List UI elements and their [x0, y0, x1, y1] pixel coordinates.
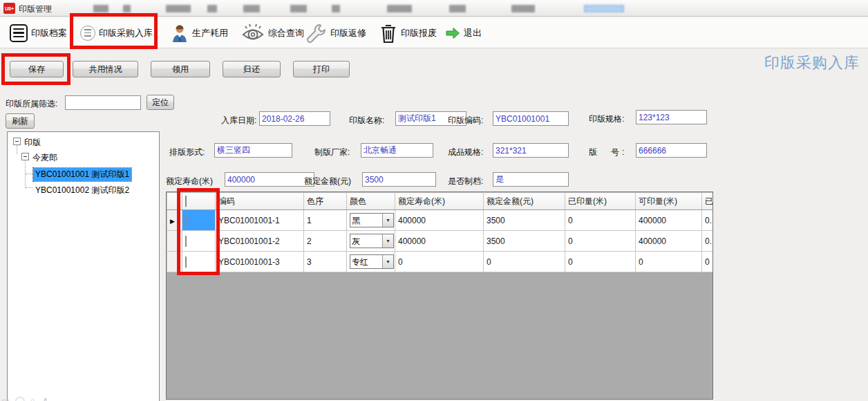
toolbar-item-exit[interactable]: 退出 — [442, 17, 484, 48]
grid-header-color-seq[interactable]: 色序 — [304, 193, 347, 210]
grid-header-color[interactable]: 颜色 — [347, 193, 395, 210]
cell-printed[interactable]: 0 — [565, 252, 636, 272]
cell-code[interactable]: YBC01001001-3 — [216, 252, 304, 272]
tree-expand-root[interactable] — [13, 138, 21, 145]
page-title: 印版采购入库 — [764, 53, 860, 73]
title-bar: U8+ 印版管理 — [0, 0, 868, 17]
cell-color-combo[interactable]: 专红 ▼ — [347, 252, 395, 272]
color-dropdown[interactable]: 专红 ▼ — [350, 254, 394, 269]
tree-node-root[interactable]: 印版 — [24, 137, 41, 149]
print-button[interactable]: 打印 — [293, 61, 350, 77]
rated-amount-input[interactable] — [362, 172, 436, 187]
grid-header-code[interactable]: 编码 — [216, 193, 304, 210]
cell-color-seq[interactable]: 1 — [304, 210, 347, 231]
plate-number-input[interactable] — [636, 143, 707, 158]
return-button[interactable]: 归还 — [223, 61, 281, 77]
cell-rated-life[interactable]: 0 — [395, 252, 484, 272]
cell-color-seq[interactable]: 3 — [304, 252, 347, 272]
rated-amount-label: 额定金额(元) — [304, 176, 351, 187]
cell-printable[interactable]: 400000 — [636, 231, 702, 252]
trash-icon — [379, 23, 397, 44]
cell-color-combo[interactable]: 黑 ▼ — [347, 210, 395, 231]
tree-expand-group[interactable] — [21, 153, 29, 160]
toolbar-item-plate-purchase-inbound[interactable]: 印版采购入库 — [77, 17, 155, 48]
is-archived-input[interactable] — [493, 172, 569, 187]
row-2-checkbox-cell[interactable] — [182, 231, 216, 252]
redacted-menu-item — [243, 5, 260, 12]
grid-select-all-header[interactable] — [182, 193, 216, 210]
toolbar-item-plate-archive[interactable]: 印版档案 — [7, 17, 70, 48]
layout-form-input[interactable] — [214, 143, 292, 158]
refresh-button[interactable]: 刷新 — [6, 113, 35, 129]
redacted-menu-item — [449, 5, 466, 12]
inbound-date-input[interactable] — [259, 111, 330, 126]
plate-spec-label: 印版规格: — [589, 113, 624, 125]
color-dropdown[interactable]: 灰 ▼ — [350, 234, 394, 248]
chevron-down-icon[interactable]: ▼ — [382, 234, 393, 248]
chevron-down-icon[interactable]: ▼ — [382, 214, 393, 227]
chevron-down-icon[interactable]: ▼ — [382, 255, 393, 268]
window-title: 印版管理 — [19, 3, 52, 15]
rated-life-input[interactable] — [225, 172, 314, 187]
grid-row-1[interactable]: ▶ YBC01001001-1 1 黑 ▼ 400000 3500 0 4000… — [167, 210, 714, 231]
color-dropdown[interactable]: 黑 ▼ — [350, 213, 394, 227]
toolbar-item-plate-scrap[interactable]: 印版报废 — [377, 17, 440, 48]
locate-button[interactable]: 定位 — [147, 95, 174, 110]
row-3-checkbox-cell[interactable] — [182, 252, 216, 272]
toolbar-item-comprehensive-query[interactable]: 综合查询 — [238, 17, 307, 48]
shared-usage-button[interactable]: 共用情况 — [73, 61, 138, 77]
save-button[interactable]: 保存 — [10, 61, 64, 77]
plate-maker-input[interactable] — [361, 143, 433, 158]
row-checkbox[interactable] — [185, 215, 187, 226]
plate-code-input[interactable] — [493, 111, 569, 126]
cell-clipped[interactable]: 0. — [702, 210, 714, 231]
cell-rated-amount[interactable]: 3500 — [484, 231, 565, 252]
redacted-menu-item — [207, 5, 217, 12]
row-1-checkbox-cell[interactable] — [182, 210, 216, 231]
redacted-menu-item — [387, 5, 412, 12]
cell-color-seq[interactable]: 2 — [304, 231, 347, 252]
grid-header-rated-amount[interactable]: 额定金额(元) — [484, 193, 565, 210]
cell-printable[interactable]: 400000 — [636, 210, 702, 231]
plate-filter-input[interactable] — [65, 95, 141, 110]
app-logo: U8+ — [3, 3, 15, 14]
redacted-menu-item — [166, 5, 191, 12]
green-arrow-icon — [445, 27, 460, 39]
grid-header-rated-life[interactable]: 额定寿命(米) — [395, 193, 484, 210]
product-spec-input[interactable] — [493, 143, 569, 158]
cell-rated-life[interactable]: 400000 — [395, 231, 484, 252]
plate-spec-input[interactable] — [636, 110, 707, 124]
row-checkbox[interactable] — [185, 236, 187, 247]
cell-rated-life[interactable]: 400000 — [395, 210, 484, 231]
tree-node-group[interactable]: 今麦郎 — [32, 152, 57, 164]
product-spec-label: 成品规格: — [448, 147, 483, 158]
redacted-menu-item — [93, 5, 108, 12]
color-detail-grid: 编码 色序 颜色 额定寿命(米) 额定金额(元) 已印量(米) 可印量(米) 已… — [166, 192, 713, 400]
cell-printed[interactable]: 0 — [565, 231, 636, 252]
tree-node-plate-1[interactable]: YBC01001001 测试印版1 — [33, 168, 131, 181]
row-checkbox[interactable] — [185, 257, 187, 268]
grid-header-printable[interactable]: 可印量(米) — [636, 193, 702, 210]
toolbar-item-production-consumption[interactable]: 生产耗用 — [168, 17, 231, 48]
redacted-menu-item-active — [584, 5, 624, 12]
draw-button[interactable]: 领用 — [151, 61, 210, 77]
grid-row-3[interactable]: YBC01001001-3 3 专红 ▼ 0 0 0 0 0 — [167, 252, 714, 272]
grid-header-clipped[interactable]: 已 — [702, 193, 714, 210]
grid-row-2[interactable]: YBC01001001-2 2 灰 ▼ 400000 3500 0 400000… — [167, 231, 714, 252]
cell-rated-amount[interactable]: 3500 — [484, 210, 565, 231]
cell-clipped[interactable]: 0 — [702, 252, 714, 272]
inbound-date-label: 入库日期: — [221, 115, 256, 127]
cell-rated-amount[interactable]: 0 — [484, 252, 565, 272]
cell-clipped[interactable]: 0. — [702, 231, 714, 252]
menu-square-icon — [10, 24, 28, 42]
cell-color-combo[interactable]: 灰 ▼ — [347, 231, 395, 252]
cell-code[interactable]: YBC01001001-1 — [216, 210, 304, 231]
select-all-checkbox[interactable] — [185, 196, 187, 207]
grid-header-printed[interactable]: 已印量(米) — [565, 193, 636, 210]
cell-printed[interactable]: 0 — [565, 210, 636, 231]
toolbar-item-plate-repair[interactable]: 印版返修 — [302, 17, 369, 48]
cell-printable[interactable]: 0 — [636, 252, 702, 272]
cell-code[interactable]: YBC01001001-2 — [216, 231, 304, 252]
tree-node-plate-2[interactable]: YBC01001002 测试印版2 — [35, 185, 129, 196]
is-archived-label: 是否制档: — [448, 176, 483, 187]
